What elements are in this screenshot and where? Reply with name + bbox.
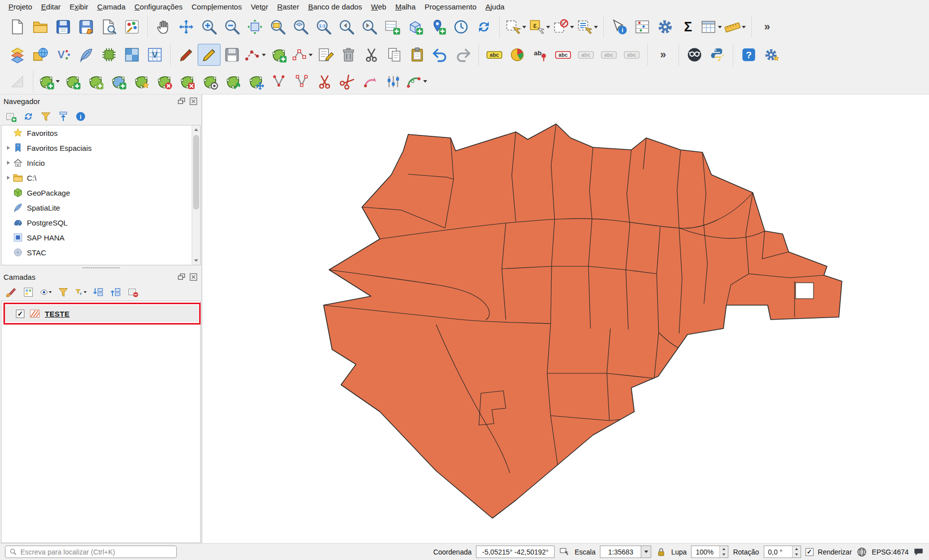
layer-diagram-options-button[interactable] <box>506 44 529 66</box>
add-vector-layer-button[interactable] <box>29 44 52 66</box>
change-label-button[interactable]: abc <box>620 44 643 66</box>
rotation-up-icon[interactable] <box>793 546 801 552</box>
scale-combobox[interactable]: 1:35683 <box>600 546 651 558</box>
layer-item-teste[interactable]: ✓ TESTE <box>3 305 199 322</box>
data-source-manager-button[interactable] <box>6 44 29 66</box>
menu-item-editar[interactable]: Editar <box>37 1 65 12</box>
open-attribute-table-button[interactable] <box>699 16 723 38</box>
pin-unpin-labels-button[interactable]: ab <box>529 44 552 66</box>
statistical-summary-button[interactable] <box>631 16 654 38</box>
panel-splitter[interactable] <box>0 265 202 270</box>
vertex-tool-dropdown-icon[interactable] <box>308 44 314 66</box>
magnifier-value[interactable]: 100% <box>692 546 719 558</box>
zoom-to-layer-button[interactable] <box>289 16 312 38</box>
delete-selected-button[interactable] <box>337 44 360 66</box>
browser-item-favoritos-espaciais[interactable]: Favoritos Espaciais <box>1 140 200 155</box>
temporal-controller-button[interactable] <box>450 16 472 38</box>
copy-features-button[interactable] <box>383 44 406 66</box>
trim-extend-feature-button[interactable] <box>336 71 359 93</box>
magnifier-spinbox[interactable]: 100% <box>691 546 728 558</box>
layer-checkbox[interactable]: ✓ <box>16 310 24 318</box>
select-by-expression-button[interactable]: ε <box>528 16 552 38</box>
move-feature-button[interactable] <box>222 71 244 93</box>
identify-features-button[interactable]: i <box>608 16 631 38</box>
style-manager-button[interactable] <box>120 16 143 38</box>
menu-item-web[interactable]: Web <box>366 1 391 12</box>
filter-by-expression-button[interactable]: ε <box>75 286 87 298</box>
browser-float-button[interactable] <box>177 97 186 106</box>
current-edits-button[interactable] <box>175 44 198 66</box>
rotation-value[interactable]: 0,0 ° <box>764 546 792 558</box>
crs-globe-icon[interactable] <box>856 547 867 558</box>
add-group-button[interactable] <box>22 286 34 298</box>
menu-item-vetor[interactable]: Vetor <box>246 1 273 12</box>
save-project-button[interactable] <box>52 16 75 38</box>
new-map-view-button[interactable] <box>381 16 404 38</box>
new-3d-map-view-button[interactable] <box>404 16 427 38</box>
save-layer-edits-button[interactable] <box>221 44 243 66</box>
copy-and-move-feature-button[interactable] <box>244 71 267 93</box>
add-raster-layer-button[interactable] <box>120 44 143 66</box>
show-sum-button[interactable]: Σ <box>677 16 699 38</box>
digitize-with-segment-button[interactable] <box>243 44 267 66</box>
filter-legend-button[interactable] <box>57 286 69 298</box>
manage-map-themes-button[interactable] <box>40 286 52 298</box>
add-spatialite-layer-button[interactable] <box>75 44 98 66</box>
layer-labeling-options-button[interactable]: abc <box>483 44 506 66</box>
add-part-button[interactable] <box>107 71 130 93</box>
magnifier-down-icon[interactable] <box>720 552 728 558</box>
align-features-button[interactable] <box>382 71 405 93</box>
browser-item-favoritos[interactable]: Favoritos <box>1 125 200 140</box>
menu-item-ajuda[interactable]: Ajuda <box>481 1 509 12</box>
measure-line-dropdown-icon[interactable] <box>741 16 747 38</box>
processing-toolbox-button[interactable] <box>654 16 677 38</box>
save-project-as-button[interactable] <box>75 16 98 38</box>
layout-manager-button[interactable] <box>98 16 120 38</box>
map-canvas[interactable] <box>202 95 929 543</box>
expand-arrow-icon[interactable] <box>4 161 12 165</box>
open-project-button[interactable] <box>29 16 52 38</box>
plugin-manager-button[interactable] <box>760 44 783 66</box>
rotation-down-icon[interactable] <box>793 552 801 558</box>
pan-map-button[interactable] <box>152 16 175 38</box>
browser-item-sap-hana[interactable]: SAP HANA <box>1 230 200 245</box>
vertex-tool-button[interactable] <box>290 44 314 66</box>
remove-layer-button[interactable] <box>127 286 139 298</box>
zoom-native-resolution-button[interactable]: 1:1 <box>312 16 335 38</box>
select-features-dropdown-icon[interactable] <box>521 16 527 38</box>
browser-item-stac[interactable]: STAC <box>1 245 200 260</box>
undo-button[interactable] <box>429 44 452 66</box>
scroll-up-icon[interactable] <box>192 125 200 134</box>
measure-line-button[interactable] <box>723 16 747 38</box>
select-by-expression-dropdown-icon[interactable] <box>545 16 551 38</box>
menu-item-projeto[interactable]: Projeto <box>4 1 37 12</box>
expand-all-button[interactable] <box>92 286 104 298</box>
split-parts-button[interactable] <box>290 71 313 93</box>
add-polygon-feature-button[interactable] <box>267 44 290 66</box>
expand-arrow-icon[interactable] <box>4 146 12 150</box>
lock-scale-icon[interactable] <box>656 547 667 558</box>
highlight-pinned-labels-button[interactable]: abc <box>552 44 575 66</box>
add-point-cloud-layer-button[interactable]: V <box>52 44 75 66</box>
add-ring-button[interactable] <box>130 71 153 93</box>
menu-item-processamento[interactable]: Processamento <box>420 1 481 12</box>
render-checkbox[interactable]: ✓ <box>806 548 813 556</box>
scale-dropdown-icon[interactable] <box>641 546 651 558</box>
rotation-spinbox[interactable]: 0,0 ° <box>764 546 801 558</box>
fill-ring-button[interactable] <box>199 71 222 93</box>
circular-string-dropdown-icon[interactable] <box>422 71 428 93</box>
layer-styling-button[interactable] <box>5 286 17 298</box>
search-input[interactable] <box>20 548 172 556</box>
browser-item-spatialite[interactable]: SpatiaLite <box>1 200 200 215</box>
zoom-in-button[interactable] <box>198 16 221 38</box>
add-mesh-layer-button[interactable] <box>98 44 120 66</box>
menu-item-complementos[interactable]: Complementos <box>187 1 246 12</box>
new-project-button[interactable] <box>6 16 29 38</box>
add-virtual-layer-button[interactable]: V <box>143 44 166 66</box>
layers-float-button[interactable] <box>177 272 186 282</box>
delete-part-button[interactable] <box>176 71 199 93</box>
deselect-features-dropdown-icon[interactable] <box>569 16 575 38</box>
help-button[interactable]: ? <box>737 44 760 66</box>
toolbar-extension-2-button[interactable]: » <box>652 44 675 66</box>
layers-close-button[interactable] <box>189 272 198 282</box>
